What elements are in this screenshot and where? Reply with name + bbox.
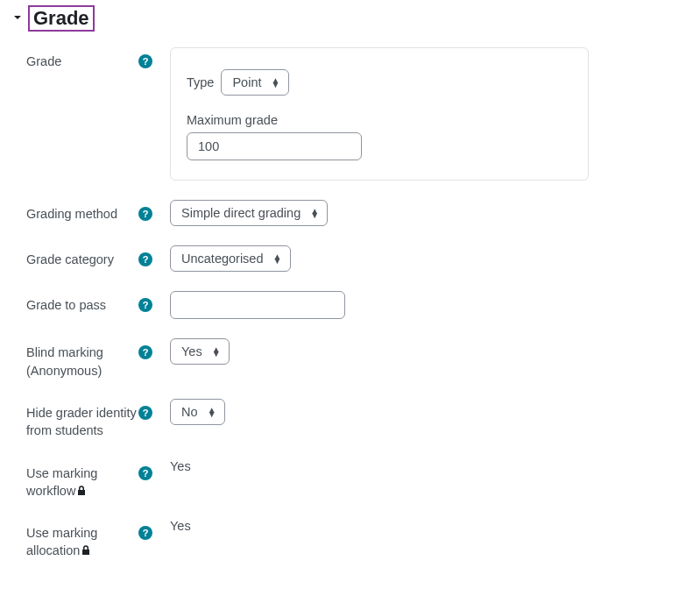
help-icon[interactable]: ? xyxy=(138,345,152,359)
row-grade-category: Grade category ? Uncategorised ▲▼ xyxy=(26,245,700,272)
value-marking-workflow: Yes xyxy=(170,458,191,473)
row-hide-grader: Hide grader identity from students ? No … xyxy=(26,399,700,440)
help-icon[interactable]: ? xyxy=(138,526,152,540)
input-max-grade[interactable] xyxy=(187,132,362,160)
lock-icon xyxy=(77,485,86,500)
help-icon[interactable]: ? xyxy=(138,207,152,221)
lock-icon xyxy=(81,544,90,559)
label-grade: Grade xyxy=(26,53,61,70)
help-icon[interactable]: ? xyxy=(138,406,152,420)
label-grading-method: Grading method xyxy=(26,205,117,223)
row-grade-to-pass: Grade to pass ? xyxy=(26,291,700,319)
row-marking-allocation: Use marking allocation ? Yes xyxy=(26,519,700,560)
input-grade-to-pass[interactable] xyxy=(170,291,345,319)
value-marking-allocation: Yes xyxy=(170,518,191,533)
label-blind-marking: Blind marking (Anonymous) xyxy=(26,344,138,379)
label-type: Type xyxy=(187,75,214,89)
label-max-grade: Maximum grade xyxy=(187,113,572,127)
select-grading-method[interactable]: Simple direct grading xyxy=(170,200,328,226)
label-marking-allocation: Use marking allocation xyxy=(26,524,138,560)
help-icon[interactable]: ? xyxy=(138,298,152,312)
select-grade-category[interactable]: Uncategorised xyxy=(170,245,291,272)
label-marking-workflow: Use marking workflow xyxy=(26,465,138,500)
help-icon[interactable]: ? xyxy=(138,54,152,68)
row-blind-marking: Blind marking (Anonymous) ? Yes ▲▼ xyxy=(26,338,700,379)
section-header[interactable]: Grade xyxy=(0,0,700,37)
form-area: Grade ? Type Point ▲▼ Maximum grade Grad… xyxy=(0,47,700,559)
row-grading-method: Grading method ? Simple direct grading ▲… xyxy=(26,200,700,226)
help-icon[interactable]: ? xyxy=(138,252,152,266)
select-blind-marking[interactable]: Yes xyxy=(170,338,230,365)
label-grade-to-pass: Grade to pass xyxy=(26,296,106,314)
help-icon[interactable]: ? xyxy=(138,466,152,480)
select-hide-grader[interactable]: No xyxy=(170,399,225,425)
chevron-down-icon xyxy=(12,11,23,25)
section-title: Grade xyxy=(28,5,95,32)
row-grade: Grade ? Type Point ▲▼ Maximum grade xyxy=(26,47,700,181)
select-grade-type[interactable]: Point xyxy=(221,69,288,96)
label-hide-grader: Hide grader identity from students xyxy=(26,404,138,440)
grade-box: Type Point ▲▼ Maximum grade xyxy=(170,47,589,181)
row-marking-workflow: Use marking workflow ? Yes xyxy=(26,459,700,500)
label-grade-category: Grade category xyxy=(26,251,114,268)
